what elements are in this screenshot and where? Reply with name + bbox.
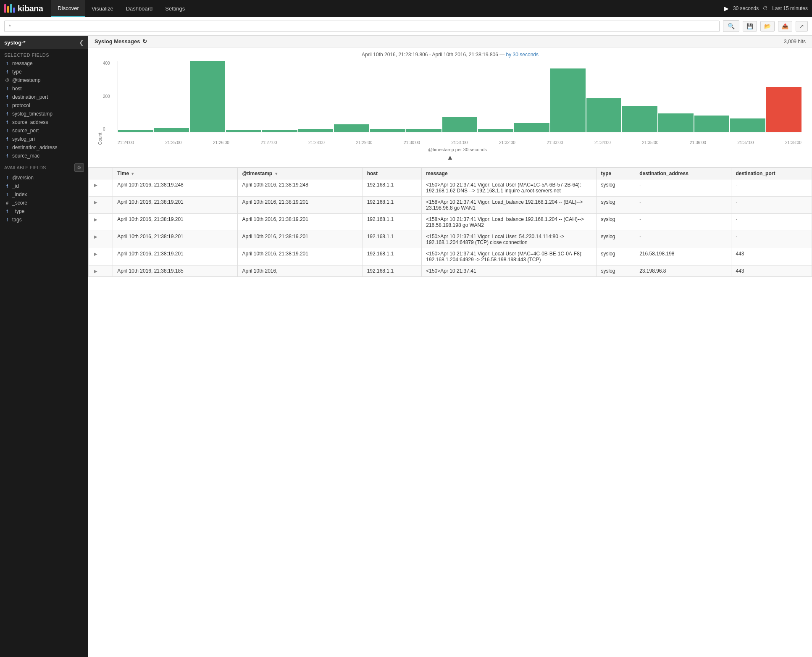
expand-icon[interactable]: ▶: [93, 217, 99, 222]
message-cell: <150>Apr 10 21:37:41: [422, 265, 597, 277]
chart-bar[interactable]: [154, 128, 189, 132]
chart-time-range: April 10th 2016, 21:23:19.806 - April 10…: [95, 52, 806, 58]
play-button[interactable]: ▶: [724, 5, 729, 12]
search-bar: * 🔍 💾 📂 📤 ↗: [0, 17, 812, 36]
x-label: 21:28:00: [308, 140, 325, 145]
chart-bar[interactable]: [262, 130, 297, 132]
chart-bar[interactable]: [118, 130, 153, 132]
gear-button[interactable]: ⚙: [74, 163, 84, 172]
nav-item-settings[interactable]: Settings: [159, 0, 191, 17]
chart-bar[interactable]: [406, 129, 441, 132]
collapse-button[interactable]: ❮: [79, 39, 84, 46]
chart-bar[interactable]: [766, 87, 801, 132]
share-button[interactable]: 📤: [778, 21, 792, 32]
save-button[interactable]: 💾: [743, 21, 757, 32]
field-name: host: [12, 86, 22, 92]
sidebar-field-message[interactable]: fmessage: [0, 59, 88, 68]
chart-bar[interactable]: [622, 106, 657, 132]
sidebar-field-host[interactable]: fhost: [0, 84, 88, 93]
available-field-_score[interactable]: #_score: [0, 199, 88, 207]
col-dest-address[interactable]: destination_address: [635, 168, 731, 179]
col-timestamp[interactable]: @timestamp ▾: [238, 168, 363, 179]
time-icon: ⏱: [763, 5, 768, 11]
time-range-link[interactable]: by 30 seconds: [506, 52, 539, 58]
sidebar-field-syslog_timestamp[interactable]: fsyslog_timestamp: [0, 110, 88, 118]
chart-bar[interactable]: [514, 123, 549, 132]
refresh-icon[interactable]: ↻: [142, 38, 147, 45]
sidebar-field-source_mac[interactable]: fsource_mac: [0, 152, 88, 160]
chart-bar[interactable]: [586, 98, 622, 132]
chart-bar-wrapper: [442, 61, 478, 132]
selected-fields-list: fmessageftype⏱@timestampfhostfdestinatio…: [0, 59, 88, 160]
sidebar-field-destination_address[interactable]: fdestination_address: [0, 143, 88, 152]
field-type-icon: f: [4, 217, 10, 223]
new-button[interactable]: ↗: [796, 21, 808, 32]
chart-bar[interactable]: [730, 118, 765, 132]
available-field-_id[interactable]: f_id: [0, 182, 88, 190]
sidebar-field-syslog_pri[interactable]: fsyslog_pri: [0, 135, 88, 143]
col-message[interactable]: message: [422, 168, 597, 179]
expand-icon[interactable]: ▶: [93, 252, 99, 256]
col-type[interactable]: type: [597, 168, 635, 179]
search-button[interactable]: 🔍: [723, 20, 739, 32]
nav-right: ▶ 30 seconds ⏱ Last 15 minutes: [724, 5, 808, 12]
chart-bar[interactable]: [370, 129, 405, 132]
logo-bar-4: [13, 8, 15, 13]
open-button[interactable]: 📂: [760, 21, 775, 32]
timestamp-cell: April 10th 2016, 21:38:19.201: [238, 197, 363, 214]
table-row: ▶ April 10th 2016, 21:38:19.201 April 10…: [89, 197, 812, 214]
expand-cell: ▶: [89, 179, 113, 197]
chart-bar[interactable]: [694, 116, 730, 132]
time-range[interactable]: Last 15 minutes: [772, 5, 808, 11]
table-row: ▶ April 10th 2016, 21:38:19.185 April 10…: [89, 265, 812, 277]
chart-bar[interactable]: [442, 117, 478, 132]
sidebar-field-destination_port[interactable]: fdestination_port: [0, 93, 88, 101]
refresh-interval[interactable]: 30 seconds: [733, 5, 759, 11]
chart-bar[interactable]: [478, 129, 513, 132]
col-dest-port[interactable]: destination_port: [731, 168, 812, 179]
expand-icon[interactable]: ▶: [93, 234, 99, 239]
col-host[interactable]: host: [363, 168, 422, 179]
available-field-_type[interactable]: f_type: [0, 207, 88, 215]
chart-bars-area[interactable]: [118, 61, 801, 132]
field-type-icon: #: [4, 200, 10, 206]
x-label: 21:31:00: [452, 140, 468, 145]
col-time[interactable]: Time ▾: [113, 168, 238, 179]
type-cell: syslog: [597, 248, 635, 265]
available-field-_index[interactable]: f_index: [0, 190, 88, 199]
field-type-icon: f: [4, 136, 10, 142]
chart-bar[interactable]: [550, 68, 586, 132]
sidebar-field-source_address[interactable]: fsource_address: [0, 118, 88, 126]
time-cell: April 10th 2016, 21:38:19.201: [113, 231, 238, 248]
nav-item-visualize[interactable]: Visualize: [85, 0, 120, 17]
available-fields-list: f@versionf_idf_index#_scoref_typeftags: [0, 173, 88, 224]
type-cell: syslog: [597, 214, 635, 231]
available-field-tags[interactable]: ftags: [0, 215, 88, 224]
sidebar-header: syslog-* ❮: [0, 36, 88, 49]
chart-bar[interactable]: [334, 124, 369, 132]
timestamp-cell: April 10th 2016, 21:38:19.201: [238, 248, 363, 265]
chart-bar[interactable]: [226, 130, 261, 132]
chart-bar-wrapper: [478, 61, 513, 132]
search-input[interactable]: *: [4, 21, 720, 32]
sidebar-field-protocol[interactable]: fprotocol: [0, 101, 88, 110]
nav-item-discover[interactable]: Discover: [51, 0, 85, 17]
chart-bar[interactable]: [190, 61, 225, 132]
chart-bar-wrapper: [694, 61, 730, 132]
nav-item-dashboard[interactable]: Dashboard: [120, 0, 159, 17]
sidebar-field-type[interactable]: ftype: [0, 68, 88, 76]
expand-icon[interactable]: ▶: [93, 200, 99, 205]
time-cell: April 10th 2016, 21:38:19.201: [113, 197, 238, 214]
sidebar-field-source_port[interactable]: fsource_port: [0, 126, 88, 135]
dest-port-cell: -: [731, 197, 812, 214]
x-label: 21:35:00: [642, 140, 659, 145]
chart-bar[interactable]: [658, 113, 694, 132]
expand-icon[interactable]: ▶: [93, 183, 99, 187]
chart-bar[interactable]: [298, 129, 334, 132]
x-label: 21:33:00: [547, 140, 563, 145]
field-name: @timestamp: [12, 77, 41, 83]
available-field-@version[interactable]: f@version: [0, 173, 88, 182]
chart-collapse-button[interactable]: ▲: [95, 152, 806, 163]
sidebar-field-@timestamp[interactable]: ⏱@timestamp: [0, 76, 88, 84]
expand-icon[interactable]: ▶: [93, 269, 99, 273]
